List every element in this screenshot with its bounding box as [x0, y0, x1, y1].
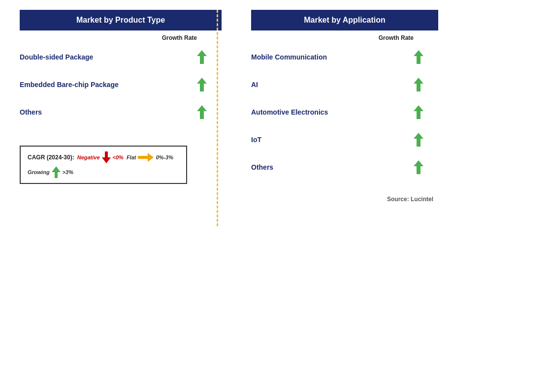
svg-marker-7 — [414, 78, 423, 91]
list-item: Automotive Electronics — [251, 98, 438, 126]
list-item: Others — [20, 98, 222, 126]
legend-item-flat: Flat 0%-3% — [127, 153, 173, 162]
left-growth-rate-label: Growth Rate — [20, 30, 222, 43]
legend-box: CAGR (2024-30): Negative <0% Flat 0%-3% … — [20, 146, 187, 184]
arrow-up-green-icon — [414, 50, 423, 64]
arrow-up-green-small-icon — [52, 166, 61, 178]
arrow-up-container — [399, 78, 438, 91]
legend-item-negative: Negative <0% — [77, 151, 124, 163]
arrow-up-green-icon — [414, 133, 423, 147]
svg-marker-0 — [197, 50, 207, 64]
product-name-double-sided: Double-sided Package — [20, 53, 93, 61]
right-panel-header: Market by Application — [251, 10, 438, 30]
legend-flat-text: Flat — [127, 154, 136, 160]
svg-marker-5 — [52, 166, 61, 178]
legend-item-growing: Growing >3% — [28, 166, 73, 178]
arrow-right-orange-icon — [138, 153, 154, 162]
list-item: Embedded Bare-chip Package — [20, 71, 222, 98]
legend-growing-range: >3% — [63, 169, 73, 175]
svg-marker-8 — [414, 105, 423, 119]
left-panel: Market by Product Type Growth Rate Doubl… — [20, 10, 222, 203]
arrow-up-green-icon — [414, 105, 423, 119]
arrow-up-green-icon — [414, 78, 423, 91]
app-name-others: Others — [251, 163, 273, 172]
svg-marker-6 — [414, 50, 423, 64]
list-item: Double-sided Package — [20, 43, 222, 71]
arrow-up-container — [182, 105, 222, 119]
list-item: AI — [251, 71, 438, 98]
app-name-mobile: Mobile Communication — [251, 53, 327, 61]
arrow-up-container — [399, 105, 438, 119]
arrow-up-green-icon — [197, 50, 207, 64]
svg-marker-1 — [197, 78, 207, 91]
right-growth-rate-label: Growth Rate — [251, 30, 438, 43]
arrow-up-container — [182, 78, 222, 91]
arrow-up-green-icon — [197, 105, 207, 119]
left-panel-title: Market by Product Type — [76, 16, 165, 24]
source-text: Source: Lucintel — [251, 196, 438, 203]
list-item: Others — [251, 153, 438, 181]
dashed-divider — [217, 10, 218, 226]
product-name-embedded: Embedded Bare-chip Package — [20, 80, 119, 89]
arrow-up-container — [399, 133, 438, 147]
legend-negative-text: Negative — [77, 154, 100, 160]
app-name-ai: AI — [251, 80, 258, 89]
svg-marker-10 — [414, 160, 423, 174]
svg-marker-4 — [138, 153, 154, 162]
right-panel: Market by Application Growth Rate Mobile… — [251, 10, 438, 203]
legend-flat-range: 0%-3% — [156, 154, 173, 160]
main-container: Market by Product Type Growth Rate Doubl… — [0, 0, 550, 212]
svg-marker-2 — [197, 105, 207, 119]
arrow-up-container — [182, 50, 222, 64]
svg-marker-3 — [102, 151, 111, 163]
app-name-automotive: Automotive Electronics — [251, 108, 328, 117]
list-item: IoT — [251, 126, 438, 153]
arrow-up-container — [399, 160, 438, 174]
svg-marker-9 — [414, 133, 423, 147]
cagr-label: CAGR (2024-30): — [28, 154, 74, 161]
legend-negative-range: <0% — [113, 154, 124, 160]
arrow-up-green-icon — [414, 160, 423, 174]
left-panel-header: Market by Product Type — [20, 10, 222, 30]
arrow-up-container — [399, 50, 438, 64]
legend-growing-text: Growing — [28, 169, 50, 175]
product-name-others-left: Others — [20, 108, 42, 117]
arrow-down-red-icon — [102, 151, 111, 163]
list-item: Mobile Communication — [251, 43, 438, 71]
arrow-up-green-icon — [197, 78, 207, 91]
app-name-iot: IoT — [251, 135, 261, 144]
right-panel-title: Market by Application — [304, 16, 386, 24]
